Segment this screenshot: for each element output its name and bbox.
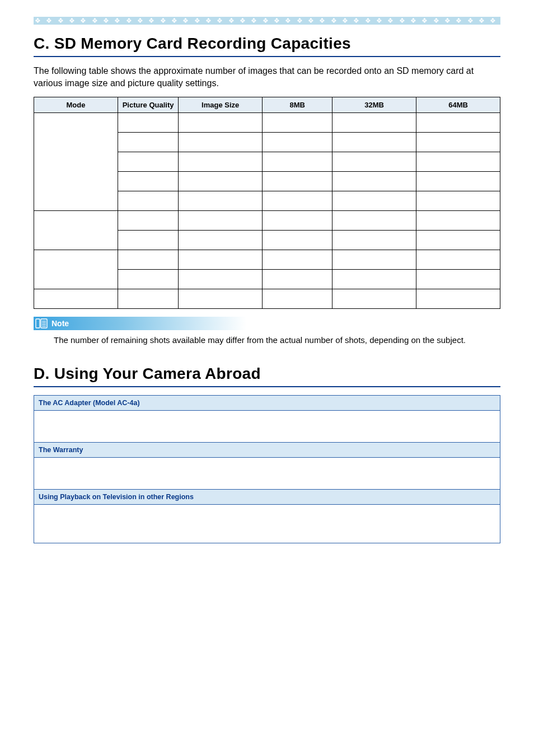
cap-8mb bbox=[263, 113, 332, 133]
capacity-table: Mode Picture Quality Image Size 8MB 32MB… bbox=[34, 97, 500, 309]
cap-8mb bbox=[263, 231, 332, 250]
cap-32mb bbox=[332, 270, 416, 289]
info-heading-ac-adapter: The AC Adapter (Model AC-4a) bbox=[34, 395, 500, 410]
cap-32mb bbox=[332, 191, 416, 211]
cap-32mb bbox=[332, 289, 416, 309]
info-heading-playback-tv: Using Playback on Television in other Re… bbox=[34, 489, 500, 504]
note-body: The number of remaining shots available … bbox=[54, 335, 500, 346]
cap-64mb bbox=[416, 211, 500, 231]
cap-8mb bbox=[263, 133, 332, 152]
pq-cell bbox=[118, 172, 178, 191]
size-cell bbox=[179, 172, 263, 191]
cap-32mb bbox=[332, 152, 416, 172]
cap-8mb bbox=[263, 191, 332, 211]
table-row bbox=[34, 289, 500, 309]
cap-64mb bbox=[416, 113, 500, 133]
col-64mb: 64MB bbox=[416, 97, 500, 113]
note-label: Note bbox=[51, 319, 69, 328]
size-cell bbox=[179, 250, 263, 270]
col-mode: Mode bbox=[34, 97, 118, 113]
size-cell bbox=[179, 133, 263, 152]
size-cell bbox=[179, 152, 263, 172]
decorative-diamond-row: ❖ ❖ ❖ ❖ ❖ ❖ ❖ ❖ ❖ ❖ ❖ ❖ ❖ ❖ ❖ ❖ ❖ ❖ ❖ ❖ … bbox=[34, 17, 500, 25]
pq-cell bbox=[118, 133, 178, 152]
cap-8mb bbox=[263, 152, 332, 172]
cap-64mb bbox=[416, 133, 500, 152]
size-cell bbox=[179, 113, 263, 133]
info-body bbox=[34, 457, 500, 489]
size-cell bbox=[179, 191, 263, 211]
mode-cell bbox=[34, 113, 118, 211]
cap-64mb bbox=[416, 250, 500, 270]
mode-cell bbox=[34, 250, 118, 289]
cap-32mb bbox=[332, 133, 416, 152]
cap-8mb bbox=[263, 289, 332, 309]
section-c-intro: The following table shows the approximat… bbox=[34, 65, 500, 89]
size-cell bbox=[179, 211, 263, 231]
section-c-rule bbox=[34, 56, 500, 57]
note-bar: Note bbox=[34, 317, 246, 330]
col-8mb: 8MB bbox=[263, 97, 332, 113]
abroad-info-table: The AC Adapter (Model AC-4a) The Warrant… bbox=[34, 395, 500, 543]
pq-cell bbox=[118, 289, 178, 309]
cap-32mb bbox=[332, 113, 416, 133]
capacity-header-row: Mode Picture Quality Image Size 8MB 32MB… bbox=[34, 97, 500, 113]
cap-64mb bbox=[416, 191, 500, 211]
svg-rect-0 bbox=[36, 319, 40, 328]
cap-8mb bbox=[263, 270, 332, 289]
cap-64mb bbox=[416, 172, 500, 191]
section-d-title: D. Using Your Camera Abroad bbox=[34, 365, 500, 383]
cap-64mb bbox=[416, 270, 500, 289]
cap-8mb bbox=[263, 250, 332, 270]
mode-cell bbox=[34, 289, 118, 309]
cap-64mb bbox=[416, 289, 500, 309]
col-32mb: 32MB bbox=[332, 97, 416, 113]
pq-cell bbox=[118, 191, 178, 211]
cap-8mb bbox=[263, 211, 332, 231]
size-cell bbox=[179, 270, 263, 289]
pq-cell bbox=[118, 250, 178, 270]
pq-cell bbox=[118, 231, 178, 250]
document-page: ❖ ❖ ❖ ❖ ❖ ❖ ❖ ❖ ❖ ❖ ❖ ❖ ❖ ❖ ❖ ❖ ❖ ❖ ❖ ❖ … bbox=[0, 0, 534, 566]
cap-32mb bbox=[332, 250, 416, 270]
mode-cell bbox=[34, 211, 118, 250]
cap-32mb bbox=[332, 172, 416, 191]
note-icon bbox=[35, 318, 48, 329]
cap-32mb bbox=[332, 211, 416, 231]
section-d-rule bbox=[34, 386, 500, 387]
size-cell bbox=[179, 231, 263, 250]
info-body bbox=[34, 410, 500, 442]
section-c-title: C. SD Memory Card Recording Capacities bbox=[34, 35, 500, 53]
cap-8mb bbox=[263, 172, 332, 191]
pq-cell bbox=[118, 152, 178, 172]
cap-64mb bbox=[416, 152, 500, 172]
pq-cell bbox=[118, 211, 178, 231]
table-row bbox=[34, 113, 500, 133]
table-row bbox=[34, 211, 500, 231]
size-cell bbox=[179, 289, 263, 309]
col-picture-quality: Picture Quality bbox=[118, 97, 178, 113]
table-row bbox=[34, 250, 500, 270]
col-image-size: Image Size bbox=[179, 97, 263, 113]
cap-64mb bbox=[416, 231, 500, 250]
info-body bbox=[34, 504, 500, 543]
cap-32mb bbox=[332, 231, 416, 250]
pq-cell bbox=[118, 113, 178, 133]
pq-cell bbox=[118, 270, 178, 289]
info-heading-warranty: The Warranty bbox=[34, 442, 500, 457]
